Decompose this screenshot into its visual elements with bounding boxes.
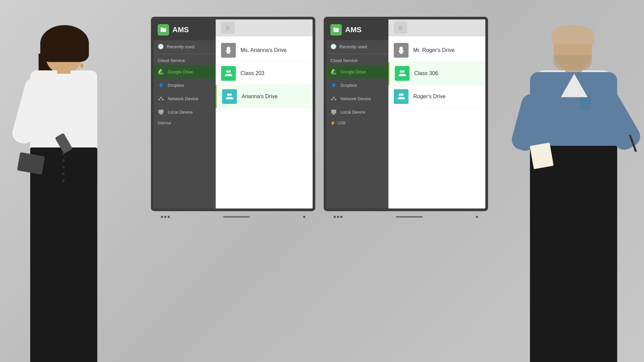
gdrive-icon-right [330,68,337,75]
left-recently-used-label: Recently used [167,44,194,49]
left-ams-header: AMS [154,19,216,40]
right-file-icon-0 [394,43,409,58]
right-recently-used-item[interactable]: 🕐 Recently used [326,40,388,53]
local-device-icon-right [330,109,337,115]
left-cloud-service-label: Cloud Service [154,55,216,65]
clock-icon-right: 🕐 [330,44,337,50]
right-led-strip [396,216,423,218]
left-monitor: AMS 🕐 Recently used Cloud Service [151,17,315,223]
dropbox-icon-right [330,82,337,88]
left-local-device-item[interactable]: Local Device [154,105,216,119]
left-main-content: ⌂ Ms. Arianna's [216,19,313,208]
left-dropbox-item[interactable]: Dropbox [154,78,216,92]
svg-rect-2 [162,99,164,101]
right-usb-label: USB [337,121,346,125]
right-file-icon-1 [395,66,410,81]
right-file-list: Mr. Roger's Drive Class 3 [388,36,485,208]
right-dropbox-label: Dropbox [340,83,357,88]
left-file-icon-1 [221,66,236,81]
left-file-icon-2 [222,89,237,104]
left-recently-used-item[interactable]: 🕐 Recently used [154,40,216,53]
left-file-item-2[interactable]: Arianna's Drive [216,85,313,108]
svg-point-26 [399,94,401,96]
svg-rect-16 [335,99,336,101]
left-ports-right [303,216,305,218]
svg-rect-1 [160,97,162,98]
svg-rect-0 [159,99,160,101]
left-network-device-label: Network Device [168,96,198,101]
right-file-name-1: Class 306 [414,70,438,76]
svg-line-4 [161,98,163,99]
right-google-drive-item[interactable]: Google Drive [326,65,388,78]
left-ports [161,216,170,218]
left-ams-title: AMS [172,25,189,34]
svg-rect-21 [332,114,336,115]
svg-line-18 [334,98,335,99]
left-google-drive-label: Google Drive [168,69,193,74]
dropbox-icon-left [158,82,164,88]
svg-rect-8 [227,52,230,53]
people-icon-1 [224,69,233,78]
network-icon-left [158,95,164,102]
right-file-item-0[interactable]: Mr. Roger's Drive [388,39,485,62]
left-monitor-footer [151,212,315,222]
right-file-name-0: Mr. Roger's Drive [413,47,454,53]
network-icon-right [330,95,337,102]
svg-rect-14 [331,99,333,101]
folder-icon-left [160,26,167,33]
left-file-item-0[interactable]: Ms. Arianna's Drive [216,39,313,62]
right-local-device-item[interactable]: Local Device [326,105,388,119]
people-icon-right-1 [397,69,407,78]
right-file-icon-2 [394,89,409,104]
right-file-item-1[interactable]: Class 306 [388,62,485,85]
right-port-3 [340,216,342,218]
right-network-device-item[interactable]: Network Device [326,92,388,105]
svg-rect-22 [399,52,403,53]
gdrive-icon-left [158,68,164,75]
usb-icon-right: ⚡ [330,121,335,125]
right-ams-header: AMS [326,19,388,40]
svg-line-3 [159,98,161,99]
left-file-name-1: Class 203 [240,70,264,76]
right-recently-used-label: Recently used [339,44,367,49]
right-port-1 [334,216,336,218]
right-port-r1 [476,216,478,218]
left-port-1 [161,216,163,218]
svg-rect-7 [159,114,163,115]
svg-rect-9 [227,53,230,54]
left-local-device-label: Local Device [168,110,193,115]
right-ports [334,216,342,218]
left-port-r1 [303,216,305,218]
right-monitor: AMS 🕐 Recently used Cloud Service [324,17,488,223]
person-woman [0,0,144,362]
clock-icon-left: 🕐 [158,44,164,50]
left-google-drive-item[interactable]: Google Drive [154,65,216,78]
right-main-content: ⌂ Mr. Roger's Dr [388,19,485,208]
right-usb-item[interactable]: ⚡ USB [326,119,388,127]
left-main-header: ⌂ [216,19,313,36]
right-google-drive-label: Google Drive [340,69,366,74]
right-dropbox-item[interactable]: Dropbox [326,78,388,92]
svg-point-13 [229,94,232,96]
svg-point-10 [226,70,228,73]
right-file-item-2[interactable]: Roger's Drive [388,85,485,108]
folder-icon-right [333,26,339,33]
drive-icon-right-0 [397,46,406,55]
right-home-button[interactable]: ⌂ [394,22,407,34]
svg-point-11 [228,70,231,73]
left-network-device-item[interactable]: Network Device [154,92,216,105]
people-icon-2 [225,92,234,101]
right-port-2 [337,216,339,218]
left-file-item-1[interactable]: Class 203 [216,62,313,85]
ams-logo-left [158,24,169,36]
person-man [500,0,644,362]
left-file-icon-0 [221,43,236,58]
svg-rect-15 [333,97,335,98]
right-file-name-2: Roger's Drive [413,94,445,100]
ams-logo-right [330,24,342,36]
svg-rect-6 [160,113,162,114]
left-internal-label: Internal [154,119,216,127]
svg-line-17 [332,98,334,99]
left-home-button[interactable]: ⌂ [221,22,234,34]
left-file-list: Ms. Arianna's Drive Class [216,36,313,208]
